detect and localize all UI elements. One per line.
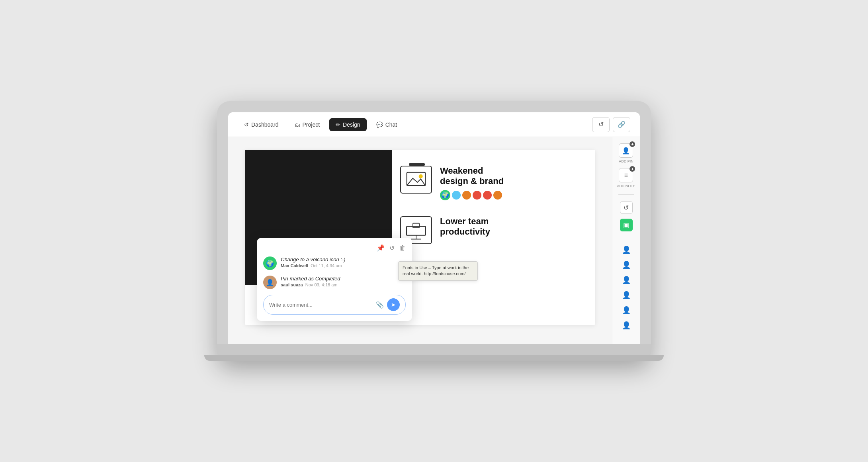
card-1-title: Weakeneddesign & brand xyxy=(440,166,504,187)
comment-input[interactable] xyxy=(269,302,373,308)
laptop-foot xyxy=(204,355,664,361)
nav-project[interactable]: 🗂 Project xyxy=(288,118,326,131)
canvas-board: T xyxy=(245,150,595,325)
add-pin-icon: 👤 + xyxy=(619,143,633,158)
project-icon: 🗂 xyxy=(295,121,300,128)
dot-4 xyxy=(483,191,492,200)
card-2-title: Lower teamproductivity xyxy=(440,216,490,237)
person-icon-3: 👤 xyxy=(621,275,631,285)
dashboard-label: Dashboard xyxy=(251,121,279,128)
dot-1 xyxy=(452,191,461,200)
plus-badge-note: + xyxy=(629,166,635,172)
person-icon-5: 👤 xyxy=(621,305,631,315)
add-note-button[interactable]: ≡ + ADD NOTE xyxy=(617,168,635,188)
nav-chat[interactable]: 💬 Chat xyxy=(370,118,404,131)
note-lines: ≡ xyxy=(624,172,628,179)
chat-icon: 💬 xyxy=(376,121,383,128)
tooltip-popup: Fonts in Use – Type at work in the real … xyxy=(398,261,478,281)
attach-icon[interactable]: 📎 xyxy=(376,301,384,309)
sidebar-divider-2 xyxy=(618,238,634,238)
tooltip-text: Fonts in Use – Type at work in the real … xyxy=(403,265,469,276)
laptop-frame: ↺ Dashboard 🗂 Project ✏ Design 💬 Chat ↺ … xyxy=(217,101,651,361)
refresh-button[interactable]: ↺ xyxy=(592,117,610,132)
dot-5 xyxy=(493,191,502,200)
add-note-label: ADD NOTE xyxy=(617,184,635,188)
nav-dashboard[interactable]: ↺ Dashboard xyxy=(238,118,285,131)
link-icon: 🔗 xyxy=(618,121,626,128)
comment-overlay: 📌 ↺ 🗑 🌍 Change to a volcano icon :-) Max… xyxy=(257,238,412,321)
mountain-icon xyxy=(406,172,426,188)
add-pin-label: ADD PIN xyxy=(619,159,633,163)
comment-text-2: Pin marked as Completed xyxy=(281,276,406,282)
dot-2 xyxy=(462,191,471,200)
design-icon-box-1 xyxy=(400,166,432,194)
comment-author-2: saul suaza xyxy=(281,282,303,287)
sidebar-refresh-icon: ↺ xyxy=(624,204,629,211)
project-label: Project xyxy=(303,121,320,128)
svg-rect-0 xyxy=(407,172,426,186)
comment-avatar-1: 🌍 xyxy=(263,256,277,270)
design-card-2: Lower teamproductivity xyxy=(400,216,543,244)
comment-refresh-button[interactable]: ↺ xyxy=(389,244,395,252)
comment-meta-2: saul suaza Nov 03, 4:18 am xyxy=(281,282,406,287)
person-icon-1: 👤 xyxy=(621,245,631,255)
plus-badge-pin: + xyxy=(629,141,635,147)
main-content: T xyxy=(228,137,640,344)
pin-button[interactable]: 📌 xyxy=(377,244,385,252)
svg-point-1 xyxy=(419,174,423,178)
nav-design[interactable]: ✏ Design xyxy=(329,118,367,131)
right-content: Weakeneddesign & brand 🌍 xyxy=(400,166,543,244)
add-note-icon: ≡ + xyxy=(619,168,633,182)
link-button[interactable]: 🔗 xyxy=(613,117,630,132)
comment-delete-button[interactable]: 🗑 xyxy=(399,244,406,252)
top-nav: ↺ Dashboard 🗂 Project ✏ Design 💬 Chat ↺ … xyxy=(228,112,640,137)
comment-text-1: Change to a volcano icon :-) xyxy=(281,256,406,262)
person-icon-4: 👤 xyxy=(621,290,631,300)
canvas-area: T xyxy=(228,137,612,344)
dot-3 xyxy=(473,191,481,200)
design-card-2-text: Lower teamproductivity xyxy=(440,216,490,237)
avatar-dots: 🌍 xyxy=(440,190,504,200)
comment-toolbar: 📌 ↺ 🗑 xyxy=(263,244,406,252)
refresh-icon: ↺ xyxy=(598,121,604,128)
design-card-1-text: Weakeneddesign & brand 🌍 xyxy=(440,166,504,200)
laptop-base xyxy=(217,344,651,355)
svg-rect-5 xyxy=(413,223,419,227)
right-sidebar: 👤 + ADD PIN ≡ + ADD NOTE ↺ xyxy=(612,137,640,344)
chat-label: Chat xyxy=(385,121,397,128)
comment-time-1: Oct 11, 4:34 am xyxy=(311,263,342,268)
avatar-user: 🌍 xyxy=(440,190,450,200)
person-icon-2: 👤 xyxy=(621,260,631,270)
comment-meta-1: Max Caldwell Oct 11, 4:34 am xyxy=(281,263,406,268)
laptop-screen: ↺ Dashboard 🗂 Project ✏ Design 💬 Chat ↺ … xyxy=(228,112,640,344)
add-pin-button[interactable]: 👤 + ADD PIN xyxy=(619,143,633,163)
design-card-1: Weakeneddesign & brand 🌍 xyxy=(400,166,543,200)
person-icon-6: 👤 xyxy=(621,320,631,331)
desk-icon xyxy=(405,220,427,240)
comment-item-2: 👤 Pin marked as Completed saul suaza Nov… xyxy=(263,276,406,289)
dashboard-icon: ↺ xyxy=(244,121,249,128)
design-icon: ✏ xyxy=(336,121,340,128)
comment-avatar-2: 👤 xyxy=(263,276,277,289)
comment-author-1: Max Caldwell xyxy=(281,263,308,268)
comment-input-area[interactable]: 📎 ➤ xyxy=(263,295,406,315)
comment-item-1: 🌍 Change to a volcano icon :-) Max Caldw… xyxy=(263,256,406,270)
sidebar-divider xyxy=(618,194,634,195)
sidebar-refresh-button[interactable]: ↺ xyxy=(620,201,633,214)
send-button[interactable]: ➤ xyxy=(387,298,400,311)
design-label: Design xyxy=(343,121,360,128)
sidebar-green-button[interactable]: ▣ xyxy=(620,219,633,231)
comment-body-2: Pin marked as Completed saul suaza Nov 0… xyxy=(281,276,406,287)
comment-body-1: Change to a volcano icon :-) Max Caldwel… xyxy=(281,256,406,268)
sidebar-green-icon: ▣ xyxy=(623,221,629,229)
comment-time-2: Nov 03, 4:18 am xyxy=(305,282,338,287)
person-silhouette-pin: 👤 xyxy=(622,147,630,155)
